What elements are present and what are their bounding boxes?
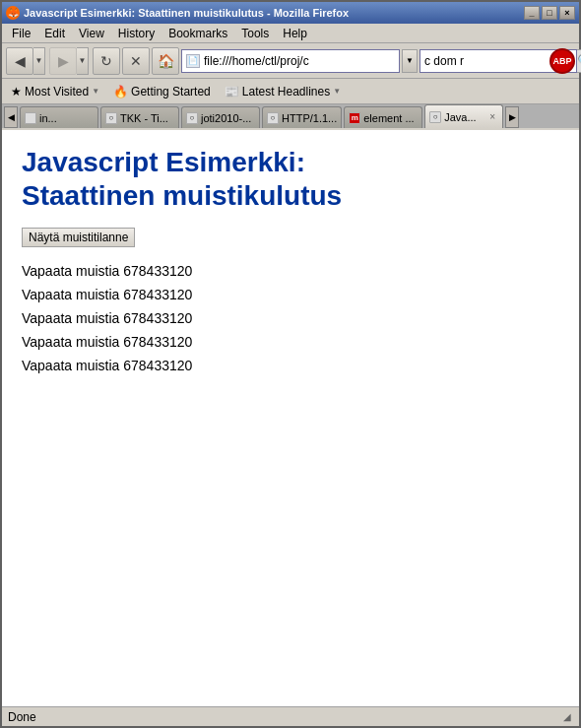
tabs-scroll-right[interactable]: ▶	[505, 106, 519, 128]
bookmark-most-visited-label: Most Visited	[25, 85, 89, 99]
getting-started-icon: 🔥	[113, 85, 128, 99]
title-bar-buttons: _ □ ×	[524, 6, 575, 20]
menu-file[interactable]: File	[6, 25, 36, 42]
tab-5[interactable]: ○ Java... ×	[424, 104, 503, 128]
memory-output: Vapaata muistia 678433120 Vapaata muisti…	[22, 263, 559, 373]
maximize-button[interactable]: □	[542, 6, 557, 20]
browser-window: 🦊 Javascript Esimerkki: Staattinen muist…	[0, 0, 581, 728]
reload-button[interactable]: ↻	[93, 47, 120, 75]
back-button[interactable]: ◀	[6, 47, 33, 75]
title-bar: 🦊 Javascript Esimerkki: Staattinen muist…	[2, 2, 579, 24]
tab-label-0: in...	[39, 112, 94, 124]
most-visited-arrow: ▼	[92, 87, 99, 96]
address-bar[interactable]: 📄 file:///home/ctl/proj/c	[181, 49, 400, 73]
tab-2[interactable]: ○ joti2010-...	[181, 106, 260, 128]
memory-line-4: Vapaata muistia 678433120	[22, 358, 559, 373]
menu-help[interactable]: Help	[277, 25, 313, 42]
bookmark-getting-started[interactable]: 🔥 Getting Started	[108, 82, 216, 101]
latest-headlines-icon: 📰	[225, 85, 239, 99]
status-bar: Done ◢	[2, 706, 579, 726]
bookmark-latest-headlines[interactable]: 📰 Latest Headlines ▼	[220, 82, 346, 101]
address-bar-container: 📄 file:///home/ctl/proj/c ▼	[181, 49, 418, 73]
menu-bookmarks[interactable]: Bookmarks	[162, 25, 233, 42]
forward-arrow[interactable]: ▼	[77, 47, 89, 75]
most-visited-icon: ★	[11, 85, 22, 99]
show-memory-button[interactable]: Näytä muistitilanne	[22, 228, 135, 247]
tab-favicon-5: ○	[429, 111, 441, 123]
resize-handle[interactable]: ◢	[561, 711, 573, 723]
firefox-icon: 🦊	[6, 6, 20, 20]
tab-close-5[interactable]: ×	[486, 111, 498, 123]
close-button[interactable]: ×	[559, 6, 575, 20]
page-icon: 📄	[186, 54, 200, 68]
tab-label-3: HTTP/1.1...	[282, 112, 337, 124]
memory-line-1: Vapaata muistia 678433120	[22, 287, 559, 302]
memory-line-3: Vapaata muistia 678433120	[22, 334, 559, 350]
home-button[interactable]: 🏠	[152, 47, 179, 75]
menu-edit[interactable]: Edit	[38, 25, 71, 42]
title-bar-left: 🦊 Javascript Esimerkki: Staattinen muist…	[6, 6, 349, 20]
tab-4[interactable]: m element ...	[344, 106, 422, 128]
page-title-line1: Javascript Esimerkki:	[22, 147, 305, 177]
search-bar: 🔍	[420, 49, 548, 73]
address-text: file:///home/ctl/proj/c	[204, 54, 395, 68]
back-arrow[interactable]: ▼	[33, 47, 45, 75]
tab-label-1: TKK - Ti...	[120, 112, 174, 124]
adblock-button[interactable]: ABP	[549, 48, 575, 74]
tabs-scroll-left[interactable]: ◀	[4, 106, 18, 128]
tab-1[interactable]: ○ TKK - Ti...	[100, 106, 179, 128]
nav-toolbar: ◀ ▼ ▶ ▼ ↻ ✕ 🏠 📄 file:///home/ctl/proj/c …	[2, 43, 579, 79]
bookmark-most-visited[interactable]: ★ Most Visited ▼	[6, 82, 104, 101]
stop-button[interactable]: ✕	[122, 47, 150, 75]
address-dropdown[interactable]: ▼	[402, 49, 418, 73]
tab-label-2: joti2010-...	[201, 112, 255, 124]
page-title: Javascript Esimerkki: Staattinen muistik…	[22, 146, 559, 212]
minimize-button[interactable]: _	[524, 6, 540, 20]
menu-bar: File Edit View History Bookmarks Tools H…	[2, 24, 579, 43]
status-text: Done	[8, 710, 36, 724]
menu-history[interactable]: History	[112, 25, 161, 42]
page-title-line2: Staattinen muistikulutus	[22, 180, 342, 211]
memory-line-0: Vapaata muistia 678433120	[22, 263, 559, 279]
tab-favicon-0	[25, 112, 36, 124]
memory-line-2: Vapaata muistia 678433120	[22, 310, 559, 326]
window-title: Javascript Esimerkki: Staattinen muistik…	[24, 7, 349, 19]
bookmark-latest-headlines-label: Latest Headlines	[242, 85, 330, 99]
tab-0[interactable]: in...	[20, 106, 98, 128]
tab-favicon-3: ○	[267, 112, 279, 124]
tab-favicon-2: ○	[186, 112, 198, 124]
menu-tools[interactable]: Tools	[235, 25, 275, 42]
tab-3[interactable]: ○ HTTP/1.1...	[262, 106, 342, 128]
tab-favicon-1: ○	[105, 112, 117, 124]
forward-button[interactable]: ▶	[49, 47, 77, 75]
tabs-bar: ◀ in... ○ TKK - Ti... ○ joti2010-... ○ H…	[2, 104, 579, 130]
menu-view[interactable]: View	[73, 25, 110, 42]
bookmarks-bar: ★ Most Visited ▼ 🔥 Getting Started 📰 Lat…	[2, 79, 579, 104]
search-button[interactable]: 🔍	[577, 49, 581, 73]
content-area: Javascript Esimerkki: Staattinen muistik…	[2, 130, 579, 706]
tab-favicon-4: m	[349, 112, 360, 124]
tab-label-5: Java...	[444, 111, 484, 123]
latest-headlines-arrow: ▼	[333, 87, 341, 96]
bookmark-getting-started-label: Getting Started	[131, 85, 211, 99]
tab-label-4: element ...	[363, 112, 418, 124]
